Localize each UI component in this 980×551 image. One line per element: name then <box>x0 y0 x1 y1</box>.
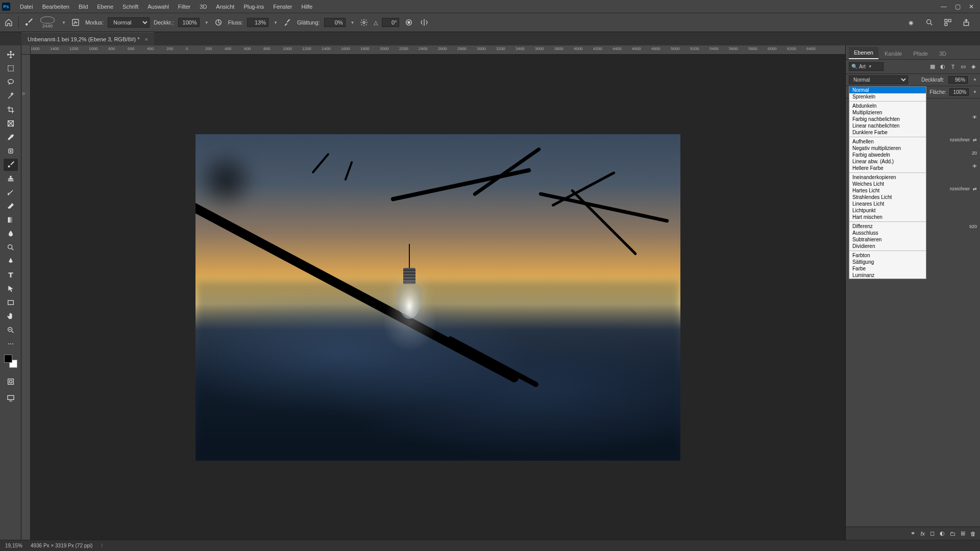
airbrush-icon[interactable] <box>282 17 293 28</box>
document-canvas[interactable] <box>195 134 680 461</box>
layer-visibility-toggle[interactable]: 👁 <box>972 115 977 120</box>
blend-mode-dropdown[interactable]: NormalSprenkelnAbdunkelnMultiplizierenFa… <box>849 86 926 279</box>
adjustment-layer-icon[interactable]: ◐ <box>940 530 945 537</box>
window-minimize-icon[interactable]: — <box>941 3 947 10</box>
menu-type[interactable]: Schrift <box>118 2 143 12</box>
ruler-origin[interactable] <box>21 45 31 55</box>
dodge-tool[interactable] <box>4 241 18 254</box>
path-selection-tool[interactable] <box>4 283 18 295</box>
group-layers-icon[interactable]: 🗀 <box>950 531 955 537</box>
edit-toolbar-icon[interactable]: ⋯ <box>4 338 18 350</box>
layer-style-icon[interactable]: fx <box>920 531 925 537</box>
menu-image[interactable]: Bild <box>74 2 92 12</box>
layer-mask-icon[interactable]: ◻ <box>930 530 935 537</box>
layer-fill-input[interactable]: 100% <box>949 88 969 96</box>
blend-mode-option[interactable]: Ausschluss <box>849 230 926 236</box>
blend-mode-option[interactable]: Hart mischen <box>849 214 926 220</box>
filter-pixel-icon[interactable]: ▦ <box>929 63 936 70</box>
blend-mode-option[interactable]: Sprenkeln <box>849 93 926 100</box>
blend-mode-option[interactable]: Lichtpunkt <box>849 207 926 214</box>
delete-layer-icon[interactable]: 🗑 <box>970 531 976 537</box>
brush-panel-toggle-icon[interactable] <box>70 17 81 28</box>
move-tool[interactable] <box>4 48 18 61</box>
screen-mode-icon[interactable] <box>4 392 18 404</box>
zoom-tool[interactable] <box>4 324 18 336</box>
menu-plugins[interactable]: Plug-ins <box>239 2 268 12</box>
search-icon[interactable] <box>924 17 935 28</box>
blend-mode-option[interactable]: Linear nachbelichten <box>849 122 926 129</box>
tab-3d[interactable]: 3D <box>934 48 951 59</box>
workspace-icon[interactable] <box>942 17 953 28</box>
blend-mode-option[interactable]: Normal <box>849 87 926 93</box>
tab-paths[interactable]: Pfade <box>908 48 933 59</box>
menu-view[interactable]: Ansicht <box>211 2 239 12</box>
share-icon[interactable] <box>961 17 972 28</box>
filter-type-icon[interactable]: T <box>949 63 957 70</box>
eyedropper-tool[interactable] <box>4 131 18 143</box>
magic-wand-tool[interactable] <box>4 90 18 102</box>
blend-mode-option[interactable]: Dividieren <box>849 243 926 249</box>
blend-mode-option[interactable]: Hartes Licht <box>849 187 926 194</box>
new-layer-icon[interactable]: ⊞ <box>961 530 965 537</box>
menu-filter[interactable]: Filter <box>174 2 195 12</box>
healing-brush-tool[interactable] <box>4 145 18 157</box>
flow-input[interactable]: 13% <box>247 18 268 27</box>
layer-visibility-toggle[interactable]: 👁 <box>972 164 977 169</box>
cloud-docs-icon[interactable]: ◉ <box>905 17 917 28</box>
symmetry-icon[interactable] <box>419 17 430 28</box>
blend-mode-option[interactable]: Abdunkeln <box>849 103 926 109</box>
marquee-tool[interactable] <box>4 62 18 74</box>
layer-filter-type[interactable]: 🔍 Art ▼ <box>849 62 884 71</box>
close-tab-icon[interactable]: × <box>145 36 148 42</box>
pressure-opacity-icon[interactable] <box>213 17 224 28</box>
status-chevron-icon[interactable]: 〉 <box>101 542 106 549</box>
chevron-down-icon[interactable]: ▼ <box>274 20 278 25</box>
blend-mode-option[interactable]: Farbig abwedeln <box>849 152 926 158</box>
blend-mode-option[interactable]: Linear abw. (Add.) <box>849 158 926 165</box>
filter-smart-icon[interactable]: ◈ <box>970 63 977 70</box>
blur-tool[interactable] <box>4 228 18 240</box>
window-close-icon[interactable]: ✕ <box>969 3 974 10</box>
blend-mode-option[interactable]: Differenz <box>849 223 926 230</box>
gradient-tool[interactable] <box>4 214 18 226</box>
angle-input[interactable]: 0° <box>382 18 399 27</box>
crop-tool[interactable] <box>4 104 18 116</box>
blend-mode-select[interactable]: Normal <box>108 17 150 28</box>
quick-mask-icon[interactable] <box>4 375 18 388</box>
brush-preset-picker[interactable]: 2440 <box>38 15 57 30</box>
rectangle-tool[interactable] <box>4 296 18 309</box>
link-layers-icon[interactable]: ⚭ <box>911 530 915 537</box>
brush-tool-icon[interactable] <box>23 17 34 28</box>
menu-select[interactable]: Auswahl <box>143 2 174 12</box>
chevron-down-icon[interactable]: ▼ <box>205 20 209 25</box>
color-swatches[interactable] <box>4 355 17 368</box>
blend-mode-option[interactable]: Subtrahieren <box>849 236 926 243</box>
blend-mode-option[interactable]: Strahlendes Licht <box>849 194 926 201</box>
chevron-down-icon[interactable]: ▼ <box>351 20 355 25</box>
blend-mode-option[interactable]: Farbton <box>849 252 926 259</box>
blend-mode-option[interactable]: Multiplizieren <box>849 109 926 116</box>
blend-mode-option[interactable]: Lineares Licht <box>849 201 926 207</box>
window-maximize-icon[interactable]: ▢ <box>955 3 961 10</box>
blend-mode-option[interactable]: Farbig nachbelichten <box>849 116 926 122</box>
foreground-color-swatch[interactable] <box>4 355 12 363</box>
blend-mode-option[interactable]: Ineinanderkopieren <box>849 174 926 181</box>
type-tool[interactable] <box>4 269 18 281</box>
hand-tool[interactable] <box>4 310 18 322</box>
brush-tool[interactable] <box>4 159 18 171</box>
clone-stamp-tool[interactable] <box>4 172 18 185</box>
blend-mode-option[interactable]: Farbe <box>849 265 926 272</box>
canvas-viewport[interactable] <box>31 55 845 540</box>
menu-edit[interactable]: Bearbeiten <box>38 2 74 12</box>
home-icon[interactable] <box>3 17 14 28</box>
blend-mode-option[interactable]: Negativ multiplizieren <box>849 145 926 152</box>
opacity-input[interactable]: 100% <box>178 18 200 27</box>
blend-mode-option[interactable]: Luminanz <box>849 272 926 279</box>
menu-layer[interactable]: Ebene <box>92 2 118 12</box>
chevron-down-icon[interactable]: ▼ <box>973 90 977 94</box>
blend-mode-option[interactable]: Aufhellen <box>849 138 926 145</box>
blend-mode-option[interactable]: Hellere Farbe <box>849 165 926 171</box>
filter-adjustment-icon[interactable]: ◐ <box>939 63 946 70</box>
frame-tool[interactable] <box>4 117 18 130</box>
vertical-ruler[interactable]: 0 <box>21 55 31 540</box>
